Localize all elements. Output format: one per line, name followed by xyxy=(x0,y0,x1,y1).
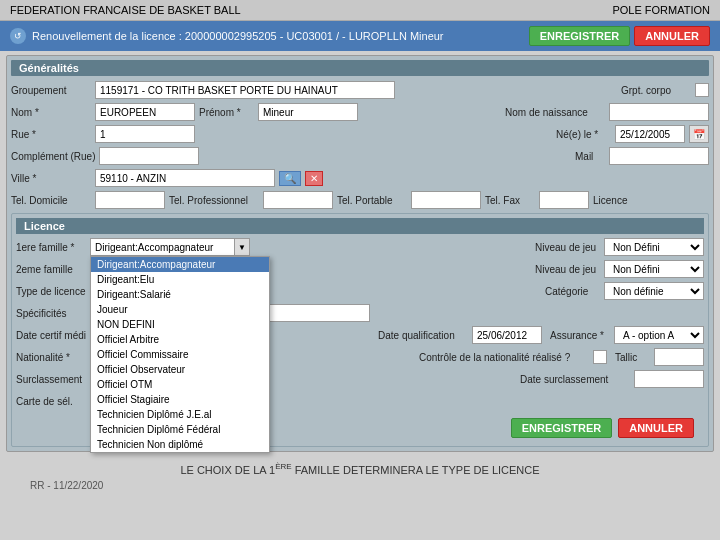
dropdown-item-4[interactable]: NON DEFINI xyxy=(91,317,269,332)
date-surclassement-label: Date surclassement xyxy=(520,374,630,385)
save-button-bottom[interactable]: ENREGISTRER xyxy=(511,418,612,438)
grpt-corpo-label: Grpt. corpo xyxy=(621,85,691,96)
generalites-section: Généralités Groupement Grpt. corpo Nom *… xyxy=(11,60,709,209)
niveau-jeu2-select[interactable]: Non Défini xyxy=(604,260,704,278)
nee-le-label: Né(e) le * xyxy=(556,129,611,140)
ville-input[interactable] xyxy=(95,169,275,187)
bottom-note: LE CHOIX DE LA 1ÈRE FAMILLE DETERMINERA … xyxy=(10,458,710,480)
tel-pro-label: Tel. Professionnel xyxy=(169,195,259,206)
prenom-label: Prénom * xyxy=(199,107,254,118)
ville-clear-btn[interactable]: ✕ xyxy=(305,171,323,186)
tel-domicile-label: Tel. Domicile xyxy=(11,195,91,206)
licence-section: Licence 1ere famille * ▼ Dirigeant:Accom… xyxy=(11,213,709,447)
header-bar: ↺ Renouvellement de la licence : 2000000… xyxy=(0,21,720,51)
nom-input[interactable] xyxy=(95,103,195,121)
tel-portable-label: Tel. Portable xyxy=(337,195,407,206)
mail-label: Mail xyxy=(575,151,605,162)
top-bar: FEDERATION FRANCAISE DE BASKET BALL POLE… xyxy=(0,0,720,21)
dropdown-item-0[interactable]: Dirigeant:Accompagnateur xyxy=(91,257,269,272)
controle-nat-label: Contrôle de la nationalité réalisé ? xyxy=(419,352,589,363)
dropdown-item-8[interactable]: Officiel OTM xyxy=(91,377,269,392)
nee-le-calendar[interactable]: 📅 xyxy=(689,125,709,143)
header-icon: ↺ xyxy=(10,28,26,44)
famille1-input[interactable] xyxy=(90,238,250,256)
org-left: FEDERATION FRANCAISE DE BASKET BALL xyxy=(10,4,241,16)
nee-le-input[interactable] xyxy=(615,125,685,143)
dropdown-item-10[interactable]: Technicien Diplômé J.E.al xyxy=(91,407,269,422)
nationalite-label: Nationalité * xyxy=(16,352,96,363)
cancel-button-top[interactable]: ANNULER xyxy=(634,26,710,46)
licence-label: Licence xyxy=(593,195,633,206)
tallic-label: Tallic xyxy=(615,352,650,363)
categorie-select[interactable]: Non définie xyxy=(604,282,704,300)
rue-input[interactable] xyxy=(95,125,195,143)
cancel-button-bottom[interactable]: ANNULER xyxy=(618,418,694,438)
rue-label: Rue * xyxy=(11,129,91,140)
assurance-label: Assurance * xyxy=(550,330,610,341)
complement-input[interactable] xyxy=(99,147,199,165)
categorie-label: Catégorie xyxy=(545,286,600,297)
niveau-jeu2-label: Niveau de jeu xyxy=(535,264,600,275)
header-btn-group: ENREGISTRER ANNULER xyxy=(529,26,710,46)
dropdown-item-7[interactable]: Officiel Observateur xyxy=(91,362,269,377)
tel-domicile-input[interactable] xyxy=(95,191,165,209)
tel-pro-input[interactable] xyxy=(263,191,333,209)
date-certif-label: Date certif médi xyxy=(16,330,96,341)
controle-nat-checkbox[interactable] xyxy=(593,350,607,364)
dropdown-item-12[interactable]: Technicien Non diplômé xyxy=(91,437,269,452)
header-title: ↺ Renouvellement de la licence : 2000000… xyxy=(10,28,444,44)
generalites-title: Généralités xyxy=(11,60,709,76)
date-surclassement-input[interactable] xyxy=(634,370,704,388)
note-text: LE CHOIX DE LA 1 xyxy=(180,464,275,476)
dropdown-item-11[interactable]: Technicien Diplômé Fédéral xyxy=(91,422,269,437)
complement-label: Complément (Rue) xyxy=(11,151,95,162)
type-licence-label: Type de licence xyxy=(16,286,86,297)
dropdown-item-2[interactable]: Dirigeant:Salarié xyxy=(91,287,269,302)
groupement-input[interactable] xyxy=(95,81,395,99)
niveau-jeu1-label: Niveau de jeu xyxy=(535,242,600,253)
licence-title: Licence xyxy=(16,218,704,234)
date-qualification-label: Date qualification xyxy=(378,330,468,341)
sub-note: RR - 11/22/2020 xyxy=(10,480,710,491)
famille1-dropdown-list: Dirigeant:Accompagnateur Dirigeant:Elu D… xyxy=(90,256,270,453)
dropdown-item-1[interactable]: Dirigeant:Elu xyxy=(91,272,269,287)
famille1-dropdown-container: ▼ Dirigeant:Accompagnateur Dirigeant:Elu… xyxy=(90,238,250,256)
carte-sel-label: Carte de sél. xyxy=(16,396,96,407)
groupement-label: Groupement xyxy=(11,85,91,96)
tel-fax-label: Tel. Fax xyxy=(485,195,535,206)
surclassement-label: Surclassement xyxy=(16,374,96,385)
specificites-label: Spécificités xyxy=(16,308,86,319)
prenom-input[interactable] xyxy=(258,103,358,121)
org-right: POLE FORMATION xyxy=(612,4,710,16)
famille2-label: 2eme famille xyxy=(16,264,86,275)
bottom-area: LE CHOIX DE LA 1ÈRE FAMILLE DETERMINERA … xyxy=(0,456,720,493)
note-end: FAMILLE DETERMINERA LE TYPE DE LICENCE xyxy=(292,464,540,476)
famille1-label: 1ere famille * xyxy=(16,242,86,253)
tel-portable-input[interactable] xyxy=(411,191,481,209)
tel-fax-input[interactable] xyxy=(539,191,589,209)
nom-naissance-input[interactable] xyxy=(609,103,709,121)
assurance-select[interactable]: A - option A xyxy=(614,326,704,344)
niveau-jeu1-select[interactable]: Non Défini xyxy=(604,238,704,256)
ville-label: Ville * xyxy=(11,173,91,184)
dropdown-item-5[interactable]: Officiel Arbitre xyxy=(91,332,269,347)
famille1-dropdown-btn[interactable]: ▼ xyxy=(234,238,250,256)
note-sup: ÈRE xyxy=(275,462,291,471)
save-button-top[interactable]: ENREGISTRER xyxy=(529,26,630,46)
dropdown-item-9[interactable]: Officiel Stagiaire xyxy=(91,392,269,407)
dropdown-item-3[interactable]: Joueur xyxy=(91,302,269,317)
grpt-corpo-checkbox[interactable] xyxy=(695,83,709,97)
main-content: Généralités Groupement Grpt. corpo Nom *… xyxy=(6,55,714,452)
date-qualification-input[interactable] xyxy=(472,326,542,344)
tallic-input[interactable] xyxy=(654,348,704,366)
mail-input[interactable] xyxy=(609,147,709,165)
ville-search-btn[interactable]: 🔍 xyxy=(279,171,301,186)
nom-naissance-label: Nom de naissance xyxy=(505,107,605,118)
dropdown-item-6[interactable]: Officiel Commissaire xyxy=(91,347,269,362)
nom-label: Nom * xyxy=(11,107,91,118)
